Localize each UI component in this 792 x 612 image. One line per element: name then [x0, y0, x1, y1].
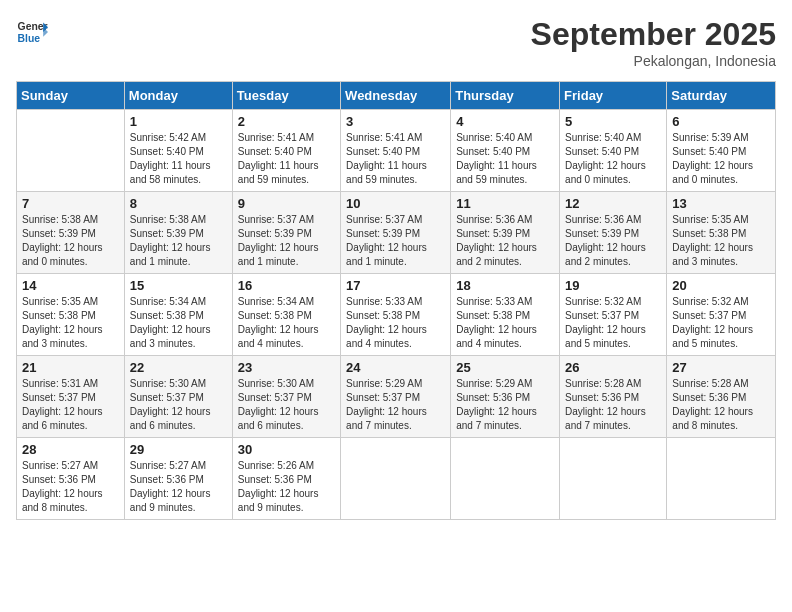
day-info: Sunrise: 5:41 AM Sunset: 5:40 PM Dayligh…	[238, 131, 335, 187]
month-title: September 2025	[531, 16, 776, 53]
day-info: Sunrise: 5:36 AM Sunset: 5:39 PM Dayligh…	[456, 213, 554, 269]
day-number: 19	[565, 278, 661, 293]
week-row-5: 28Sunrise: 5:27 AM Sunset: 5:36 PM Dayli…	[17, 438, 776, 520]
day-info: Sunrise: 5:35 AM Sunset: 5:38 PM Dayligh…	[672, 213, 770, 269]
day-cell: 8Sunrise: 5:38 AM Sunset: 5:39 PM Daylig…	[124, 192, 232, 274]
logo: General Blue	[16, 16, 48, 48]
day-cell: 16Sunrise: 5:34 AM Sunset: 5:38 PM Dayli…	[232, 274, 340, 356]
day-cell: 1Sunrise: 5:42 AM Sunset: 5:40 PM Daylig…	[124, 110, 232, 192]
day-number: 10	[346, 196, 445, 211]
day-header-monday: Monday	[124, 82, 232, 110]
location-subtitle: Pekalongan, Indonesia	[531, 53, 776, 69]
day-header-thursday: Thursday	[451, 82, 560, 110]
day-info: Sunrise: 5:40 AM Sunset: 5:40 PM Dayligh…	[456, 131, 554, 187]
day-cell: 20Sunrise: 5:32 AM Sunset: 5:37 PM Dayli…	[667, 274, 776, 356]
day-info: Sunrise: 5:38 AM Sunset: 5:39 PM Dayligh…	[130, 213, 227, 269]
day-cell: 28Sunrise: 5:27 AM Sunset: 5:36 PM Dayli…	[17, 438, 125, 520]
day-number: 20	[672, 278, 770, 293]
day-info: Sunrise: 5:42 AM Sunset: 5:40 PM Dayligh…	[130, 131, 227, 187]
day-number: 15	[130, 278, 227, 293]
day-cell: 17Sunrise: 5:33 AM Sunset: 5:38 PM Dayli…	[341, 274, 451, 356]
day-cell	[451, 438, 560, 520]
day-number: 11	[456, 196, 554, 211]
day-header-tuesday: Tuesday	[232, 82, 340, 110]
day-info: Sunrise: 5:30 AM Sunset: 5:37 PM Dayligh…	[238, 377, 335, 433]
day-number: 14	[22, 278, 119, 293]
day-cell: 19Sunrise: 5:32 AM Sunset: 5:37 PM Dayli…	[560, 274, 667, 356]
day-info: Sunrise: 5:27 AM Sunset: 5:36 PM Dayligh…	[22, 459, 119, 515]
day-info: Sunrise: 5:27 AM Sunset: 5:36 PM Dayligh…	[130, 459, 227, 515]
day-cell: 26Sunrise: 5:28 AM Sunset: 5:36 PM Dayli…	[560, 356, 667, 438]
day-cell: 9Sunrise: 5:37 AM Sunset: 5:39 PM Daylig…	[232, 192, 340, 274]
day-cell: 10Sunrise: 5:37 AM Sunset: 5:39 PM Dayli…	[341, 192, 451, 274]
day-cell: 27Sunrise: 5:28 AM Sunset: 5:36 PM Dayli…	[667, 356, 776, 438]
day-cell: 21Sunrise: 5:31 AM Sunset: 5:37 PM Dayli…	[17, 356, 125, 438]
day-number: 8	[130, 196, 227, 211]
day-number: 30	[238, 442, 335, 457]
day-info: Sunrise: 5:31 AM Sunset: 5:37 PM Dayligh…	[22, 377, 119, 433]
day-header-row: SundayMondayTuesdayWednesdayThursdayFrid…	[17, 82, 776, 110]
day-cell	[560, 438, 667, 520]
day-cell: 15Sunrise: 5:34 AM Sunset: 5:38 PM Dayli…	[124, 274, 232, 356]
day-cell: 4Sunrise: 5:40 AM Sunset: 5:40 PM Daylig…	[451, 110, 560, 192]
day-cell: 11Sunrise: 5:36 AM Sunset: 5:39 PM Dayli…	[451, 192, 560, 274]
day-info: Sunrise: 5:28 AM Sunset: 5:36 PM Dayligh…	[565, 377, 661, 433]
day-header-sunday: Sunday	[17, 82, 125, 110]
day-info: Sunrise: 5:41 AM Sunset: 5:40 PM Dayligh…	[346, 131, 445, 187]
day-cell	[667, 438, 776, 520]
day-cell: 25Sunrise: 5:29 AM Sunset: 5:36 PM Dayli…	[451, 356, 560, 438]
day-info: Sunrise: 5:39 AM Sunset: 5:40 PM Dayligh…	[672, 131, 770, 187]
day-info: Sunrise: 5:33 AM Sunset: 5:38 PM Dayligh…	[346, 295, 445, 351]
day-cell: 13Sunrise: 5:35 AM Sunset: 5:38 PM Dayli…	[667, 192, 776, 274]
day-info: Sunrise: 5:30 AM Sunset: 5:37 PM Dayligh…	[130, 377, 227, 433]
day-info: Sunrise: 5:29 AM Sunset: 5:36 PM Dayligh…	[456, 377, 554, 433]
day-cell: 23Sunrise: 5:30 AM Sunset: 5:37 PM Dayli…	[232, 356, 340, 438]
day-cell: 24Sunrise: 5:29 AM Sunset: 5:37 PM Dayli…	[341, 356, 451, 438]
day-cell: 2Sunrise: 5:41 AM Sunset: 5:40 PM Daylig…	[232, 110, 340, 192]
day-header-wednesday: Wednesday	[341, 82, 451, 110]
day-cell: 3Sunrise: 5:41 AM Sunset: 5:40 PM Daylig…	[341, 110, 451, 192]
day-number: 25	[456, 360, 554, 375]
day-number: 26	[565, 360, 661, 375]
day-cell: 14Sunrise: 5:35 AM Sunset: 5:38 PM Dayli…	[17, 274, 125, 356]
calendar-table: SundayMondayTuesdayWednesdayThursdayFrid…	[16, 81, 776, 520]
day-cell: 7Sunrise: 5:38 AM Sunset: 5:39 PM Daylig…	[17, 192, 125, 274]
day-header-saturday: Saturday	[667, 82, 776, 110]
day-number: 2	[238, 114, 335, 129]
week-row-4: 21Sunrise: 5:31 AM Sunset: 5:37 PM Dayli…	[17, 356, 776, 438]
day-info: Sunrise: 5:35 AM Sunset: 5:38 PM Dayligh…	[22, 295, 119, 351]
page-header: General Blue September 2025 Pekalongan, …	[16, 16, 776, 69]
day-info: Sunrise: 5:29 AM Sunset: 5:37 PM Dayligh…	[346, 377, 445, 433]
day-cell: 29Sunrise: 5:27 AM Sunset: 5:36 PM Dayli…	[124, 438, 232, 520]
day-info: Sunrise: 5:37 AM Sunset: 5:39 PM Dayligh…	[238, 213, 335, 269]
day-cell: 12Sunrise: 5:36 AM Sunset: 5:39 PM Dayli…	[560, 192, 667, 274]
week-row-2: 7Sunrise: 5:38 AM Sunset: 5:39 PM Daylig…	[17, 192, 776, 274]
day-number: 22	[130, 360, 227, 375]
day-info: Sunrise: 5:32 AM Sunset: 5:37 PM Dayligh…	[672, 295, 770, 351]
day-number: 23	[238, 360, 335, 375]
day-number: 7	[22, 196, 119, 211]
day-number: 28	[22, 442, 119, 457]
day-info: Sunrise: 5:36 AM Sunset: 5:39 PM Dayligh…	[565, 213, 661, 269]
week-row-3: 14Sunrise: 5:35 AM Sunset: 5:38 PM Dayli…	[17, 274, 776, 356]
day-number: 21	[22, 360, 119, 375]
day-info: Sunrise: 5:34 AM Sunset: 5:38 PM Dayligh…	[238, 295, 335, 351]
day-number: 18	[456, 278, 554, 293]
title-block: September 2025 Pekalongan, Indonesia	[531, 16, 776, 69]
day-info: Sunrise: 5:40 AM Sunset: 5:40 PM Dayligh…	[565, 131, 661, 187]
day-number: 3	[346, 114, 445, 129]
day-info: Sunrise: 5:32 AM Sunset: 5:37 PM Dayligh…	[565, 295, 661, 351]
day-cell: 6Sunrise: 5:39 AM Sunset: 5:40 PM Daylig…	[667, 110, 776, 192]
day-cell: 22Sunrise: 5:30 AM Sunset: 5:37 PM Dayli…	[124, 356, 232, 438]
day-info: Sunrise: 5:38 AM Sunset: 5:39 PM Dayligh…	[22, 213, 119, 269]
day-number: 16	[238, 278, 335, 293]
day-info: Sunrise: 5:26 AM Sunset: 5:36 PM Dayligh…	[238, 459, 335, 515]
day-number: 6	[672, 114, 770, 129]
day-info: Sunrise: 5:28 AM Sunset: 5:36 PM Dayligh…	[672, 377, 770, 433]
day-cell	[17, 110, 125, 192]
day-info: Sunrise: 5:34 AM Sunset: 5:38 PM Dayligh…	[130, 295, 227, 351]
day-number: 9	[238, 196, 335, 211]
day-cell: 18Sunrise: 5:33 AM Sunset: 5:38 PM Dayli…	[451, 274, 560, 356]
day-number: 1	[130, 114, 227, 129]
day-cell	[341, 438, 451, 520]
